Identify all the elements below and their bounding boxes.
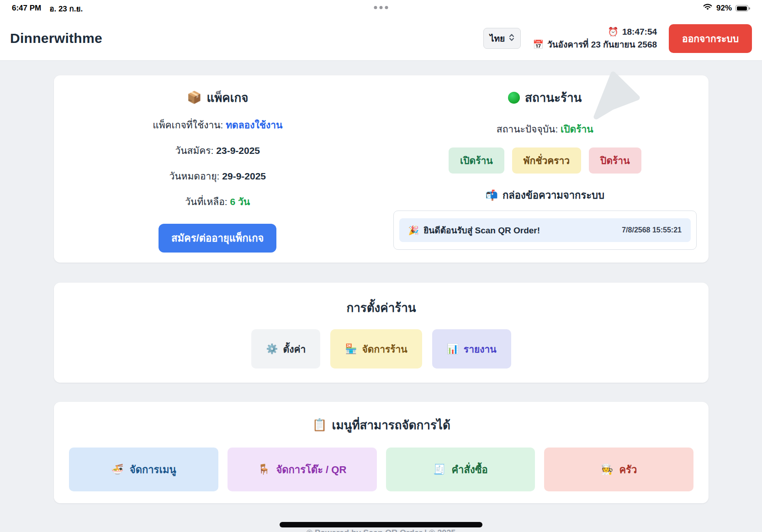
calendar-icon: 📅 — [533, 38, 544, 51]
kitchen-button[interactable]: 🧑‍🍳 ครัว — [544, 448, 693, 491]
language-select-value: ไทย — [490, 32, 505, 45]
header-clock-time: 18:47:54 — [622, 26, 657, 38]
menus-title: เมนูที่สามารถจัดการได้ — [332, 416, 450, 434]
inbox-container: 🎉 ยินดีต้อนรับสู่ Scan QR Order! 7/8/256… — [393, 211, 697, 250]
manageable-menus-card: 📋 เมนูที่สามารถจัดการได้ 🍜 จัดการเมนู 🪑 … — [54, 402, 709, 503]
renew-package-button[interactable]: สมัคร/ต่ออายุแพ็กเกจ — [159, 224, 276, 253]
chevron-up-down-icon — [509, 33, 514, 44]
alarm-clock-icon: ⏰ — [608, 26, 619, 38]
shop-status-section: สถานะร้าน สถานะปัจจุบัน: เปิดร้าน เปิดร้… — [381, 75, 709, 263]
days-remaining-value: 6 วัน — [230, 196, 250, 207]
reports-button[interactable]: 📊 รายงาน — [432, 329, 511, 369]
statusbar-time: 6:47 PM — [12, 4, 41, 13]
package-title: แพ็คเกจ — [206, 88, 248, 107]
multitasking-dots-icon[interactable] — [374, 6, 388, 9]
logout-button[interactable]: ออกจากระบบ — [669, 24, 752, 53]
bar-chart-icon: 📊 — [447, 343, 459, 354]
receipt-icon: 🧾 — [433, 464, 445, 475]
active-package-value: ทดลองใช้งาน — [226, 120, 282, 130]
register-date-line: วันสมัคร: 23-9-2025 — [175, 143, 260, 158]
settings-title: การตั้งค่าร้าน — [346, 298, 416, 317]
cook-icon: 🧑‍🍳 — [601, 464, 613, 475]
clipboard-icon: 📋 — [312, 418, 327, 432]
home-indicator[interactable] — [280, 522, 482, 527]
inbox-message-row[interactable]: 🎉 ยินดีต้อนรับสู่ Scan QR Order! 7/8/256… — [399, 218, 691, 242]
expire-date-value: 29-9-2025 — [222, 171, 266, 181]
gear-icon: ⚙️ — [266, 343, 278, 354]
days-remaining-line: วันที่เหลือ: 6 วัน — [185, 194, 250, 209]
manage-menu-button[interactable]: 🍜 จัดการเมนู — [69, 448, 218, 491]
register-date-value: 23-9-2025 — [216, 145, 260, 156]
inbox-message-text: ยินดีต้อนรับสู่ Scan QR Order! — [423, 223, 540, 237]
inbox-message-timestamp: 7/8/2568 15:55:21 — [622, 226, 682, 234]
orders-button[interactable]: 🧾 คำสั่งซื้อ — [386, 448, 535, 491]
package-section: 📦 แพ็คเกจ แพ็คเกจที่ใช้งาน: ทดลองใช้งาน … — [54, 75, 381, 263]
store-icon: 🏪 — [345, 343, 357, 354]
wifi-icon — [703, 4, 713, 13]
settings-button[interactable]: ⚙️ ตั้งค่า — [251, 329, 320, 369]
manage-shop-button[interactable]: 🏪 จัดการร้าน — [330, 329, 422, 369]
package-icon: 📦 — [187, 90, 201, 105]
party-popper-icon: 🎉 — [408, 225, 419, 236]
pause-shop-button[interactable]: พักชั่วคราว — [512, 147, 582, 174]
green-circle-icon — [508, 92, 520, 104]
app-header: Dinnerwithme ไทย ⏰ 18:47:54 📅 วันอังคารท… — [0, 16, 762, 61]
header-date-text: วันอังคารที่ 23 กันยายน 2568 — [547, 38, 657, 51]
ipad-status-bar: 6:47 PM อ. 23 ก.ย. 92% — [0, 0, 762, 16]
shop-settings-card: การตั้งค่าร้าน ⚙️ ตั้งค่า 🏪 จัดการร้าน 📊… — [54, 283, 709, 383]
shop-status-title: สถานะร้าน — [525, 88, 582, 107]
close-shop-button[interactable]: ปิดร้าน — [589, 147, 641, 174]
package-status-card: 📦 แพ็คเกจ แพ็คเกจที่ใช้งาน: ทดลองใช้งาน … — [54, 75, 709, 263]
current-status-value: เปิดร้าน — [561, 124, 593, 134]
manage-table-qr-button[interactable]: 🪑 จัดการโต๊ะ / QR — [228, 448, 377, 491]
expire-date-line: วันหมดอายุ: 29-9-2025 — [169, 169, 266, 184]
open-shop-button[interactable]: เปิดร้าน — [449, 147, 504, 174]
clock-date-block: ⏰ 18:47:54 📅 วันอังคารที่ 23 กันยายน 256… — [533, 26, 657, 51]
inbox-title: กล่องข้อความจากระบบ — [503, 187, 604, 203]
active-package-line: แพ็คเกจที่ใช้งาน: ทดลองใช้งาน — [153, 117, 282, 132]
statusbar-date: อ. 23 ก.ย. — [49, 2, 83, 15]
battery-percent: 92% — [716, 4, 732, 13]
footer-credit: © Powered by Scan QR Order | © 2025 — [0, 528, 762, 532]
brand-title: Dinnerwithme — [10, 31, 102, 46]
battery-icon — [736, 5, 750, 11]
chair-icon: 🪑 — [258, 464, 270, 475]
current-status-line: สถานะปัจจุบัน: เปิดร้าน — [497, 121, 593, 137]
noodle-bowl-icon: 🍜 — [111, 464, 123, 475]
language-select[interactable]: ไทย — [483, 28, 521, 49]
mailbox-icon: 📬 — [485, 190, 497, 201]
